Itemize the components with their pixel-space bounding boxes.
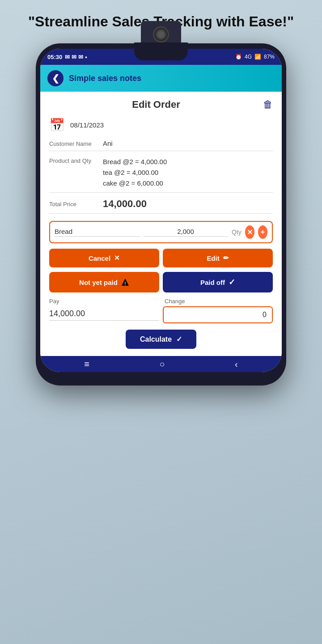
dot-icon: •: [85, 54, 87, 60]
content-area: Edit Order 🗑 📅 08/11/2023 Customer Name …: [40, 92, 282, 356]
total-price-row: Total Price 14,000.00: [49, 198, 273, 214]
product-item-1: Bread @2 = 4,000.00: [103, 157, 273, 167]
not-yet-paid-label: Not yet paid: [79, 279, 118, 286]
product-label: Product and Qty: [49, 157, 103, 164]
calculate-label: Calculate: [140, 335, 172, 343]
date-row: 📅 08/11/2023: [49, 118, 273, 132]
change-input[interactable]: [163, 306, 273, 323]
time-display: 05:30: [47, 54, 62, 60]
pay-label: Pay: [49, 298, 159, 305]
camera-bump: [141, 21, 181, 48]
customer-name-value: Ani: [103, 140, 273, 147]
mail-icon-2: ✉: [72, 54, 76, 60]
battery-display: 87%: [264, 54, 275, 60]
mail-icon-3: ✉: [78, 54, 83, 60]
product-item-2: tea @2 = 4,000.00: [103, 167, 273, 178]
change-label: Change: [163, 298, 273, 305]
status-bar: 05:30 ✉ ✉ ✉ • ⏰ 4G 📶 87%: [40, 49, 282, 65]
edit-order-header: Edit Order 🗑: [49, 99, 273, 110]
signal-icon: 📶: [254, 54, 261, 60]
product-list: Bread @2 = 4,000.00 tea @2 = 4,000.00 ca…: [103, 157, 273, 189]
date-display: 08/11/2023: [70, 121, 104, 129]
paid-off-button[interactable]: Paid off ✓: [163, 272, 273, 292]
back-icon: ❮: [52, 73, 59, 84]
pay-change-inputs: 14,000.00: [49, 306, 273, 323]
status-right: ⏰ 4G 📶 87%: [235, 54, 275, 60]
customer-name-label: Customer Name: [49, 140, 103, 147]
pay-change-section: Pay Change 14,000.00 Calculate ✓: [49, 298, 273, 349]
calculate-button[interactable]: Calculate ✓: [126, 330, 196, 349]
svg-text:!: !: [124, 281, 126, 286]
warning-triangle-icon: !: [121, 278, 129, 286]
cancel-button[interactable]: Cancel ✕: [49, 249, 159, 267]
paid-off-label: Paid off: [200, 279, 225, 286]
bottom-nav: ≡ ○ ‹: [40, 356, 282, 372]
alarm-icon: ⏰: [235, 54, 242, 60]
app-title: Simple sales notes: [69, 74, 141, 83]
qty-label: Qty: [232, 229, 242, 236]
product-row: Product and Qty Bread @2 = 4,000.00 tea …: [49, 157, 273, 193]
total-price-value: 14,000.00: [103, 198, 147, 210]
phone-inner: 05:30 ✉ ✉ ✉ • ⏰ 4G 📶 87%: [40, 49, 282, 372]
camera-lens: [153, 26, 169, 42]
menu-nav-item[interactable]: ≡: [84, 359, 89, 369]
edit-button[interactable]: Edit ✏: [163, 249, 273, 267]
payment-status-buttons: Not yet paid ! Paid off ✓: [49, 272, 273, 292]
add-product-button[interactable]: +: [258, 225, 267, 239]
product-name-input[interactable]: [55, 228, 140, 237]
phone-frame: 05:30 ✉ ✉ ✉ • ⏰ 4G 📶 87%: [36, 43, 286, 386]
back-nav-item[interactable]: ‹: [235, 359, 238, 369]
status-left: 05:30 ✉ ✉ ✉ •: [47, 54, 87, 60]
product-item-3: cake @2 = 6,000.00: [103, 178, 273, 189]
total-price-label: Total Price: [49, 201, 103, 208]
customer-name-row: Customer Name Ani: [49, 140, 273, 151]
page-title: Edit Order: [49, 99, 263, 110]
price-input[interactable]: [143, 228, 228, 237]
pay-value: 14,000.00: [49, 309, 159, 321]
cancel-label: Cancel: [89, 254, 110, 262]
page-wrapper: "Streamline Sales Tracking with Ease!" 0…: [0, 0, 322, 644]
edit-label: Edit: [207, 254, 219, 262]
calculate-check-icon: ✓: [176, 335, 182, 343]
cancel-icon: ✕: [114, 254, 120, 262]
pay-change-labels: Pay Change: [49, 298, 273, 305]
back-button[interactable]: ❮: [47, 70, 64, 86]
delete-button[interactable]: 🗑: [263, 99, 273, 110]
network-label: 4G: [245, 54, 252, 60]
notification-icons: ✉ ✉ ✉ •: [65, 54, 87, 60]
app-header: ❮ Simple sales notes: [40, 65, 282, 92]
home-nav-item[interactable]: ○: [159, 359, 165, 369]
action-buttons: Cancel ✕ Edit ✏: [49, 249, 273, 267]
product-input-row: Qty ✕ +: [49, 221, 273, 243]
checkmark-icon: ✓: [229, 277, 235, 287]
mail-icon-1: ✉: [65, 54, 70, 60]
calendar-icon: 📅: [49, 118, 65, 132]
not-yet-paid-button[interactable]: Not yet paid !: [49, 272, 159, 292]
pencil-icon: ✏: [223, 254, 229, 262]
remove-product-button[interactable]: ✕: [245, 225, 254, 239]
